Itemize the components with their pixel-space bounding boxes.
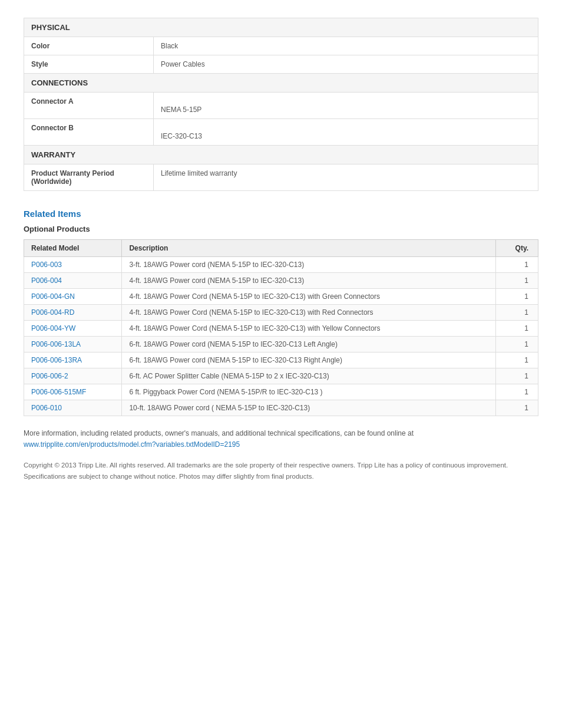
table-row: P006-004-YW4-ft. 18AWG Power Cord (NEMA … <box>24 321 538 337</box>
related-qty: 1 <box>495 384 538 400</box>
table-row: P006-006-13RA6-ft. 18AWG Power cord (NEM… <box>24 353 538 368</box>
table-row: ColorBlack <box>24 37 538 55</box>
table-row: P006-006-13LA6-ft. 18AWG Power cord (NEM… <box>24 337 538 353</box>
related-qty: 1 <box>495 368 538 384</box>
table-row: P006-006-515MF6 ft. Piggyback Power Cord… <box>24 384 538 400</box>
spec-label: Color <box>24 37 154 55</box>
spec-label: Connector A <box>24 93 154 119</box>
related-description: 6-ft. 18AWG Power cord (NEMA 5-15P to IE… <box>122 353 495 368</box>
related-description: 3-ft. 18AWG Power cord (NEMA 5-15P to IE… <box>122 257 495 273</box>
related-model[interactable]: P006-004 <box>24 273 122 289</box>
specs-table: PHYSICALColorBlackStylePower CablesCONNE… <box>24 18 538 191</box>
table-row: P006-01010-ft. 18AWG Power cord ( NEMA 5… <box>24 400 538 416</box>
table-row: Connector ANEMA 5-15P <box>24 93 538 119</box>
section-header: WARRANTY <box>24 146 538 164</box>
related-qty: 1 <box>495 337 538 353</box>
table-row: P006-004-RD4-ft. 18AWG Power Cord (NEMA … <box>24 305 538 321</box>
related-model[interactable]: P006-004-RD <box>24 305 122 321</box>
related-model[interactable]: P006-010 <box>24 400 122 416</box>
related-model[interactable]: P006-006-515MF <box>24 384 122 400</box>
related-model[interactable]: P006-004-GN <box>24 289 122 305</box>
related-model[interactable]: P006-006-13RA <box>24 353 122 368</box>
related-qty: 1 <box>495 289 538 305</box>
col-model: Related Model <box>24 240 122 257</box>
related-description: 6-ft. 18AWG Power cord (NEMA 5-15P to IE… <box>122 337 495 353</box>
related-description: 10-ft. 18AWG Power cord ( NEMA 5-15P to … <box>122 400 495 416</box>
related-items-section: Related Items Optional Products Related … <box>24 209 538 416</box>
spec-value: Power Cables <box>154 55 538 74</box>
related-description: 4-ft. 18AWG Power Cord (NEMA 5-15P to IE… <box>122 289 495 305</box>
spec-value: NEMA 5-15P <box>154 93 538 119</box>
related-description: 4-ft. 18AWG Power cord (NEMA 5-15P to IE… <box>122 273 495 289</box>
col-qty: Qty. <box>495 240 538 257</box>
table-row: P006-006-26-ft. AC Power Splitter Cable … <box>24 368 538 384</box>
spec-value: IEC-320-C13 <box>154 119 538 146</box>
table-row: P006-0033-ft. 18AWG Power cord (NEMA 5-1… <box>24 257 538 273</box>
related-description: 4-ft. 18AWG Power Cord (NEMA 5-15P to IE… <box>122 305 495 321</box>
spec-value: Black <box>154 37 538 55</box>
related-description: 6-ft. AC Power Splitter Cable (NEMA 5-15… <box>122 368 495 384</box>
table-row: StylePower Cables <box>24 55 538 74</box>
table-row: P006-004-GN4-ft. 18AWG Power Cord (NEMA … <box>24 289 538 305</box>
related-qty: 1 <box>495 273 538 289</box>
related-qty: 1 <box>495 321 538 337</box>
spec-label: Connector B <box>24 119 154 146</box>
related-description: 6 ft. Piggyback Power Cord (NEMA 5-15P/R… <box>122 384 495 400</box>
related-qty: 1 <box>495 305 538 321</box>
col-description: Description <box>122 240 495 257</box>
related-model[interactable]: P006-003 <box>24 257 122 273</box>
section-header: PHYSICAL <box>24 18 538 37</box>
copyright-text: Copyright © 2013 Tripp Lite. All rights … <box>24 460 538 482</box>
related-table: Related Model Description Qty. P006-0033… <box>24 239 538 416</box>
footer-info: More information, including related prod… <box>24 428 538 450</box>
related-model[interactable]: P006-006-2 <box>24 368 122 384</box>
related-qty: 1 <box>495 353 538 368</box>
table-row: Connector BIEC-320-C13 <box>24 119 538 146</box>
footer-info-text: More information, including related prod… <box>24 429 414 437</box>
related-items-title[interactable]: Related Items <box>24 209 538 219</box>
related-qty: 1 <box>495 257 538 273</box>
spec-value: Lifetime limited warranty <box>154 164 538 191</box>
spec-label: Product Warranty Period (Worldwide) <box>24 164 154 191</box>
related-qty: 1 <box>495 400 538 416</box>
related-model[interactable]: P006-006-13LA <box>24 337 122 353</box>
table-row: Product Warranty Period (Worldwide)Lifet… <box>24 164 538 191</box>
footer-url[interactable]: www.tripplite.com/en/products/model.cfm?… <box>24 440 240 449</box>
optional-products-label: Optional Products <box>24 225 538 233</box>
related-model[interactable]: P006-004-YW <box>24 321 122 337</box>
section-header: CONNECTIONS <box>24 74 538 93</box>
related-description: 4-ft. 18AWG Power Cord (NEMA 5-15P to IE… <box>122 321 495 337</box>
spec-label: Style <box>24 55 154 74</box>
table-row: P006-0044-ft. 18AWG Power cord (NEMA 5-1… <box>24 273 538 289</box>
